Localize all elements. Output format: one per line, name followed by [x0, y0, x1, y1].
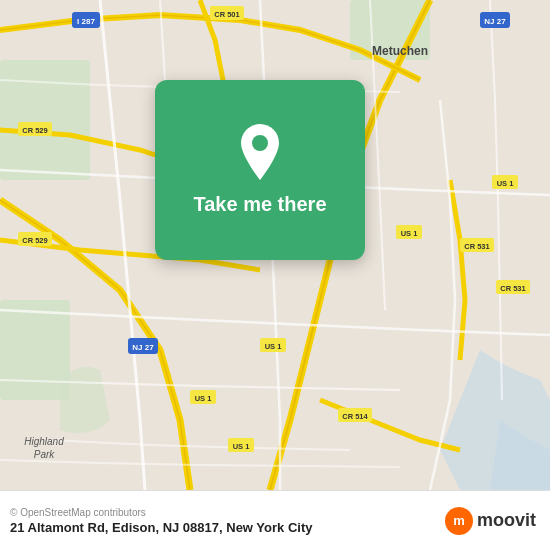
svg-text:NJ 27: NJ 27	[132, 343, 154, 352]
svg-text:CR 529: CR 529	[22, 126, 47, 135]
svg-text:Highland: Highland	[24, 436, 64, 447]
svg-text:CR 531: CR 531	[500, 284, 525, 293]
address-label: 21 Altamont Rd, Edison, NJ 08817, New Yo…	[10, 520, 312, 535]
svg-text:CR 501: CR 501	[214, 10, 239, 19]
svg-text:CR 529: CR 529	[22, 236, 47, 245]
svg-text:US 1: US 1	[233, 442, 250, 451]
moovit-text: moovit	[477, 510, 536, 531]
moovit-dot: m	[445, 507, 473, 535]
svg-text:US 1: US 1	[265, 342, 282, 351]
location-pin-icon	[236, 124, 284, 180]
svg-point-35	[252, 135, 268, 151]
svg-text:US 1: US 1	[401, 229, 418, 238]
svg-text:CR 514: CR 514	[342, 412, 368, 421]
map-container: I 287 NJ 27 CR 529 CR 529 CR 501 US 1 US…	[0, 0, 550, 490]
svg-text:NJ 27: NJ 27	[484, 17, 506, 26]
svg-text:Metuchen: Metuchen	[372, 44, 428, 58]
svg-text:US 1: US 1	[497, 179, 514, 188]
bottom-bar: © OpenStreetMap contributors 21 Altamont…	[0, 490, 550, 550]
svg-text:US 1: US 1	[195, 394, 212, 403]
svg-text:CR 531: CR 531	[464, 242, 489, 251]
navigation-card[interactable]: Take me there	[155, 80, 365, 260]
address-section: © OpenStreetMap contributors 21 Altamont…	[10, 507, 312, 535]
map-attribution: © OpenStreetMap contributors	[10, 507, 312, 518]
moovit-logo: m moovit	[445, 507, 536, 535]
svg-text:I 287: I 287	[77, 17, 95, 26]
take-me-there-button[interactable]: Take me there	[193, 192, 326, 216]
svg-text:Park: Park	[34, 449, 56, 460]
